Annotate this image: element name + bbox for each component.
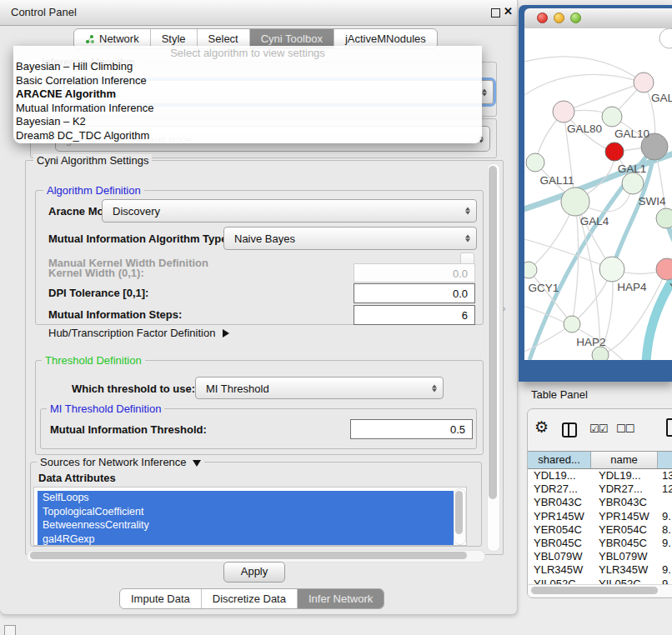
sources-toggle[interactable]: Sources for Network Inference [37, 456, 204, 468]
network-window-titlebar[interactable] [524, 8, 672, 29]
node-label: SWI4 [638, 195, 665, 208]
table-header: shared... name [528, 451, 672, 469]
window-title: Control Panel [11, 6, 77, 18]
network-node-gal4[interactable] [561, 188, 589, 216]
list-scrollbar-thumb[interactable] [455, 491, 463, 534]
node-label: GAL1 [618, 162, 647, 175]
network-node-swi4[interactable] [622, 172, 644, 194]
close-traffic-light-icon[interactable] [537, 12, 548, 23]
network-node-hap4[interactable] [599, 257, 624, 282]
mi-steps-field[interactable]: 6 [354, 305, 475, 325]
network-node-hap2[interactable] [564, 316, 580, 332]
network-canvas[interactable]: GALGAL80GAL10GAL1GAL11SWI4GAL4GCY1HAP4YH… [524, 28, 672, 360]
splitter-handle-icon[interactable]: › [503, 304, 505, 313]
mi-steps-value: 6 [462, 309, 468, 322]
network-node-gcy1[interactable] [524, 262, 537, 278]
document-icon[interactable] [666, 418, 672, 437]
dropdown-item-bayesian-k2[interactable]: Bayesian – K2 [13, 115, 482, 129]
minimize-traffic-light-icon[interactable] [554, 12, 564, 23]
network-node-gal[interactable] [634, 72, 654, 92]
aracne-mode-combo[interactable]: Discovery [102, 199, 477, 222]
node-label: GAL10 [614, 128, 649, 140]
combo-arrows-icon [465, 207, 470, 216]
float-window-icon[interactable] [491, 8, 500, 18]
node-label: GCY1 [529, 282, 559, 294]
gear-icon[interactable]: ⚙ [534, 418, 549, 437]
dropdown-item-bayesian-hill-climbing[interactable]: Bayesian – Hill Climbing [13, 60, 482, 74]
network-node-gal10[interactable] [602, 107, 622, 127]
bottom-tab-impute-data[interactable]: Impute Data [120, 589, 201, 608]
dropdown-item-mutual-information-inference[interactable]: Mutual Information Inference [13, 102, 482, 116]
attribute-item-topologicalcoefficient[interactable]: TopologicalCoefficient [38, 505, 454, 519]
mi-threshold-title: MI Threshold Definition [47, 402, 164, 415]
node-label: HAP2 [576, 336, 605, 348]
table-row[interactable]: YIL052CYIL052C9 [528, 578, 672, 585]
table-hscrollbar-thumb[interactable] [531, 587, 658, 594]
mi-type-combo[interactable]: Naive Bayes [223, 227, 477, 250]
split-view-icon[interactable] [562, 422, 577, 438]
which-threshold-value: MI Threshold [206, 382, 269, 394]
apply-button[interactable]: Apply [223, 562, 285, 582]
which-threshold-combo[interactable]: MI Threshold [195, 377, 444, 399]
data-attributes-list[interactable]: SelfLoopsTopologicalCoefficientBetweenne… [33, 487, 467, 546]
checked-columns-icon[interactable]: ☑☑ [589, 422, 607, 435]
dropdown-item-aracne-algorithm[interactable]: ARACNE Algorithm [13, 88, 482, 102]
column-header-partial[interactable] [658, 452, 672, 468]
table-row[interactable]: YDR27...YDR27...12 [528, 482, 672, 496]
attribute-item-gal4rgexp[interactable]: gal4RGexp [38, 532, 454, 547]
table-row[interactable]: YBR043CYBR043C [528, 496, 672, 509]
bottom-tab-infer-network[interactable]: Infer Network [297, 589, 384, 608]
combo-arrows-icon [465, 234, 470, 243]
kernel-width-label: Kernel Width (0,1): [48, 267, 144, 279]
network-node[interactable] [656, 208, 672, 228]
dpi-tolerance-field[interactable]: 0.0 [354, 283, 475, 303]
unchecked-columns-icon[interactable]: ☐☐ [616, 422, 634, 435]
data-attributes-label: Data Attributes [38, 472, 116, 484]
window-grip[interactable] [4, 625, 16, 635]
dpi-tolerance-label: DPI Tolerance [0,1]: [48, 287, 148, 299]
control-panel-titlebar[interactable]: Control Panel ✕ [0, 0, 517, 26]
dropdown-item-dream8-dc-tdc-algorithm[interactable]: Dream8 DC_TDC Algorithm [13, 129, 482, 143]
column-header-name[interactable]: name [591, 452, 658, 468]
network-node-y[interactable] [656, 258, 672, 280]
table-row[interactable]: YLR345WYLR345W9. [528, 563, 672, 577]
hub-definition-toggle[interactable]: Hub/Transcription Factor Definition [48, 327, 229, 339]
settings-vscrollbar-thumb[interactable] [489, 166, 497, 499]
bottom-tab-discretize-data[interactable]: Discretize Data [201, 589, 297, 608]
table-panel-title: Table Panel [531, 388, 588, 401]
node-label: HAP4 [617, 281, 647, 293]
table-row[interactable]: YDL19...YDL19...13 [528, 469, 672, 482]
dropdown-item-basic-correlation-inference[interactable]: Basic Correlation Inference [13, 74, 482, 88]
zoom-traffic-light-icon[interactable] [570, 12, 581, 23]
expanded-arrow-icon [193, 460, 201, 467]
attribute-item-betweennesscentrality[interactable]: BetweennessCentrality [38, 518, 454, 532]
table-panel: ⚙ ☑☑ ☐☐ shared... name YDL19...YDL19...1… [527, 408, 672, 598]
cyni-bottom-tabs: Impute DataDiscretize DataInfer Network [119, 588, 384, 609]
table-row[interactable]: YBL079WYBL079W [528, 550, 672, 563]
algorithm-definition-title: Algorithm Definition [43, 184, 144, 197]
settings-hscrollbar-thumb[interactable] [30, 552, 467, 559]
network-node-gal1[interactable] [605, 142, 624, 161]
table-row[interactable]: YBR045CYBR045C9. [528, 537, 672, 550]
mi-type-label: Mutual Information Algorithm Type: [48, 232, 231, 245]
column-header-shared-name[interactable]: shared... [528, 452, 591, 468]
network-node[interactable] [659, 28, 672, 48]
close-icon[interactable]: ✕ [504, 5, 513, 18]
network-node[interactable] [592, 347, 609, 360]
threshold-definition-title: Threshold Definition [42, 354, 145, 367]
network-node-gal80[interactable] [553, 101, 574, 122]
table-row[interactable]: YPR145WYPR145W9. [528, 510, 672, 523]
table-hscrollbar-track[interactable] [528, 584, 672, 597]
kernel-width-field[interactable]: 0.0 [354, 263, 475, 282]
network-node-gal11[interactable] [526, 153, 544, 172]
table-rows: YDL19...YDL19...13YDR27...YDR27...12YBR0… [528, 469, 672, 584]
attribute-item-selfloops[interactable]: SelfLoops [38, 491, 454, 505]
table-row[interactable]: YER054CYER054C8. [528, 523, 672, 537]
cyni-settings-title: Cyni Algorithm Settings [33, 154, 152, 167]
node-label: GAL4 [580, 215, 609, 228]
collapsed-arrow-icon [223, 329, 229, 338]
combo-arrows-icon [432, 383, 437, 392]
mi-threshold-field[interactable]: 0.5 [350, 419, 473, 439]
mi-threshold-value: 0.5 [450, 423, 465, 436]
algorithm-dropdown-popup: Select algorithm to view settings Bayesi… [13, 46, 482, 143]
